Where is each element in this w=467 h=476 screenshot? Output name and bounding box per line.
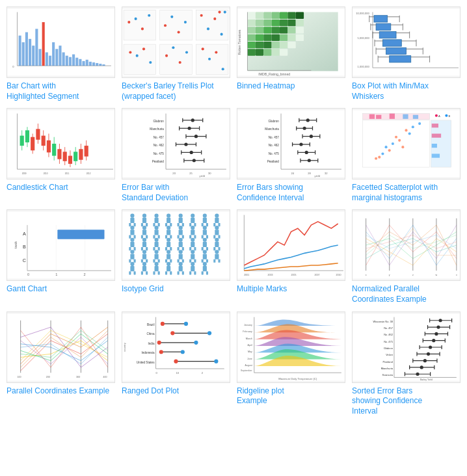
svg-point-52 [165,55,168,57]
svg-rect-96 [272,42,280,48]
card-errorbar-std[interactable]: Glabron Manchuria No. 457 No. 462 No. 47… [122,108,230,203]
svg-text:v: v [456,274,457,277]
svg-point-49 [142,47,145,50]
svg-text:Wisconsin No. 38: Wisconsin No. 38 [373,319,392,323]
svg-rect-23 [86,60,88,66]
svg-rect-81 [263,27,271,33]
chart-image-multiple-marks: 2001 2003 2005 2007 2010 [237,209,345,281]
card-label-candlestick: Candlestick Chart [7,183,115,193]
svg-rect-367 [353,313,460,380]
svg-point-50 [149,61,152,64]
svg-rect-73 [256,20,263,26]
card-sorted-error[interactable]: Wisconsin No. 38 No. 457 No. 462 No. 475… [352,311,460,417]
svg-point-259 [385,146,388,148]
card-box-plot[interactable]: 10,000,000 5,000,000 1,000,000 Box Plot … [352,7,460,101]
chart-image-faceted-scatter: A B [352,108,460,179]
card-ranged-dot[interactable]: Brazil China India Indonesia United Stat… [122,311,230,417]
svg-point-266 [375,157,377,160]
card-parallel-coords[interactable]: 100 200 300 400 Parallel Coordinates Exa… [7,311,115,417]
svg-point-209 [193,159,196,162]
svg-rect-67 [263,12,271,19]
svg-rect-65 [247,12,255,19]
svg-text:India: India [148,341,154,345]
card-beckers-barley[interactable]: Becker's Barley Trellis Plot (wrapped fa… [122,7,230,101]
svg-point-342 [207,331,211,335]
svg-rect-20 [75,58,78,66]
chart-image-errorbar-std: Glabron Manchuria No. 457 No. 462 No. 47… [122,108,230,179]
svg-text:Maximum Daily Temperature (C): Maximum Daily Temperature (C) [278,377,317,380]
svg-rect-8 [35,29,38,66]
svg-rect-16 [62,52,65,66]
svg-rect-12 [49,56,51,66]
svg-text:IMDB_Rating_binned: IMDB_Rating_binned [258,72,290,76]
svg-text:2009: 2009 [22,173,27,176]
svg-point-193 [188,127,191,130]
svg-text:z: z [412,274,414,277]
svg-text:Svansota: Svansota [382,373,394,377]
svg-text:Rotten Tomatoes: Rotten Tomatoes [237,29,241,55]
svg-text:100: 100 [17,376,21,378]
svg-text:No. 457: No. 457 [384,326,393,330]
svg-text:25: 25 [189,172,193,176]
card-label-faceted-scatter: Facetted Scatterplot with marginal histo… [352,183,460,203]
svg-rect-275 [432,144,437,148]
svg-rect-154 [36,129,40,140]
svg-rect-84 [287,27,295,33]
card-gantt[interactable]: A B C task 0 1 2 Gantt Chart [7,209,115,304]
svg-point-277 [435,114,438,117]
svg-rect-24 [89,62,92,66]
svg-point-338 [161,321,165,325]
svg-rect-15 [59,46,61,66]
svg-point-47 [129,51,131,53]
svg-point-62 [224,11,226,14]
svg-point-201 [184,143,187,146]
svg-text:Barley Yield: Barley Yield [420,378,433,380]
svg-rect-74 [263,20,271,26]
svg-text:No. 462: No. 462 [269,144,280,147]
card-label-bar-highlighted: Bar Chart withHighlighted Segment [7,81,115,101]
svg-point-226 [306,119,310,122]
svg-text:C: C [23,258,26,263]
card-bar-chart-highlighted[interactable]: 0 Bar Chart withHighlighted Segment [7,7,115,101]
svg-rect-101 [263,49,271,55]
svg-text:China: China [146,332,155,336]
card-candlestick[interactable]: 2009 2010 2011 2012 Candlestick Chart [7,108,115,203]
card-errorbar-ci[interactable]: Glabron Manchuria No. 457 No. 462 No. 47… [237,108,345,203]
svg-point-255 [378,156,380,159]
svg-point-410 [420,365,423,369]
svg-text:20: 20 [172,172,176,176]
svg-text:x: x [366,274,367,277]
svg-rect-269 [376,115,381,119]
svg-point-344 [157,340,161,344]
svg-rect-276 [432,154,440,158]
svg-rect-78 [296,20,304,26]
svg-point-234 [310,135,313,138]
chart-image-ridgeline: January February March April May June Au… [237,311,345,383]
svg-text:Indonesia: Indonesia [141,351,154,354]
card-binned-heatmap[interactable]: /* placeholder */ [237,7,345,101]
svg-rect-158 [47,140,51,153]
svg-point-398 [429,345,432,349]
svg-rect-111 [374,16,388,22]
svg-text:0: 0 [27,273,29,277]
svg-rect-69 [280,12,287,19]
svg-text:United States: United States [137,360,155,364]
card-faceted-scatter[interactable]: A B Facetted Scatterplot with marginal h… [352,108,460,203]
svg-point-34 [141,27,144,30]
svg-text:300: 300 [76,376,80,378]
svg-point-58 [208,58,211,60]
svg-rect-172 [85,146,88,157]
svg-point-60 [222,68,224,70]
svg-rect-5 [25,33,28,66]
card-multiple-marks[interactable]: 2001 2003 2005 2007 2010 Multiple Marks [237,209,345,304]
svg-point-257 [398,139,401,142]
svg-rect-19 [72,55,75,66]
card-isotype[interactable]: Isotype Grid [122,209,230,304]
svg-point-189 [191,119,194,122]
svg-text:yield: yield [315,174,321,178]
card-normalized-parallel[interactable]: x y z w v Normalized Parallel Coordinate… [352,209,460,304]
svg-text:August: August [245,364,252,366]
svg-text:w: w [436,274,438,277]
card-ridgeline[interactable]: January February March April May June Au… [237,311,345,417]
svg-point-54 [179,61,181,64]
